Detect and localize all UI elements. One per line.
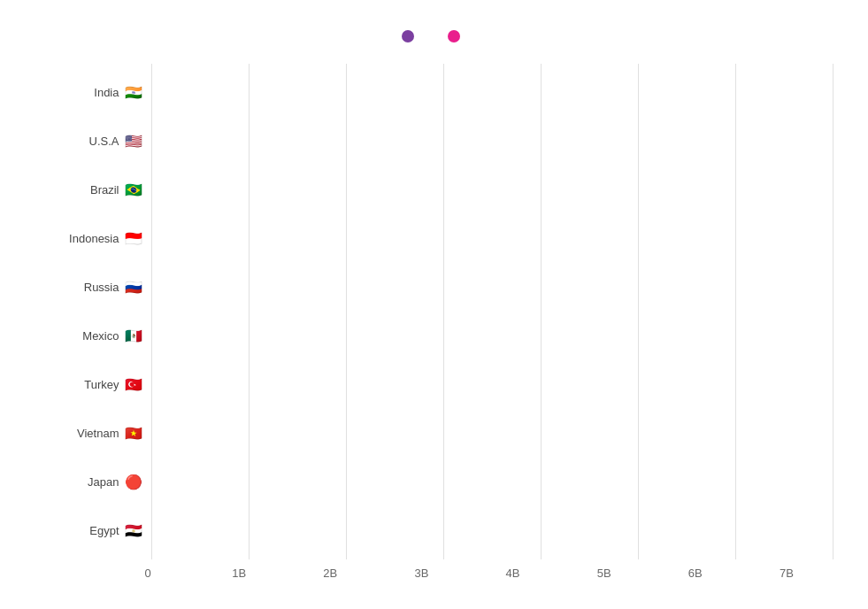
- y-axis: India🇮🇳U.S.A🇺🇸Brazil🇧🇷Indonesia🇮🇩Russia🇷…: [36, 64, 151, 559]
- bar-row: [151, 315, 833, 358]
- country-name: Japan: [88, 475, 119, 489]
- country-name: Russia: [84, 281, 119, 294]
- chart-legend: [36, 30, 833, 42]
- y-axis-label: Brazil🇧🇷: [90, 169, 142, 212]
- bar-row: [151, 120, 833, 163]
- x-axis-label: 5B: [558, 567, 649, 580]
- grid-line: [833, 64, 833, 559]
- bar-row: [151, 72, 833, 114]
- country-name: Mexico: [82, 329, 119, 343]
- x-axis: 01B2B3B4B5B6B7B: [151, 559, 833, 580]
- y-axis-label: Japan🔴: [88, 461, 142, 504]
- bar-row: [151, 218, 833, 260]
- country-name: Brazil: [90, 183, 119, 197]
- country-name: India: [94, 86, 119, 99]
- bars-area: [151, 64, 833, 559]
- country-flag: 🇮🇩: [125, 232, 142, 246]
- country-flag: 🇲🇽: [125, 329, 142, 343]
- x-axis-label: 2B: [285, 567, 376, 580]
- chart-area: India🇮🇳U.S.A🇺🇸Brazil🇧🇷Indonesia🇮🇩Russia🇷…: [36, 64, 833, 559]
- x-axis-label: 3B: [376, 567, 467, 580]
- legend-dot-appstore: [402, 30, 414, 42]
- country-name: Egypt: [89, 524, 119, 537]
- y-axis-label: Russia🇷🇺: [84, 266, 142, 309]
- x-axis-label: 6B: [649, 567, 741, 580]
- y-axis-label: Vietnam🇻🇳: [77, 412, 142, 455]
- country-flag: 🇮🇳: [125, 86, 142, 100]
- country-name: Turkey: [84, 378, 119, 391]
- legend-item-googleplay: [448, 30, 467, 42]
- y-axis-label: Indonesia🇮🇩: [69, 218, 142, 260]
- country-flag: 🔴: [125, 475, 142, 490]
- bar-row: [151, 364, 833, 406]
- bar-row: [151, 266, 833, 309]
- bar-row: [151, 461, 833, 504]
- x-axis-label: 7B: [741, 567, 832, 580]
- x-axis-label: 4B: [467, 567, 558, 580]
- legend-item-appstore: [402, 30, 421, 42]
- country-flag: 🇺🇸: [125, 135, 142, 149]
- country-flag: 🇹🇷: [125, 378, 142, 392]
- country-flag: 🇻🇳: [125, 427, 142, 441]
- country-name: U.S.A: [89, 135, 119, 148]
- y-axis-label: India🇮🇳: [94, 72, 142, 114]
- country-name: Indonesia: [69, 232, 119, 245]
- y-axis-label: Egypt🇪🇬: [89, 510, 142, 552]
- y-axis-label: U.S.A🇺🇸: [89, 120, 142, 163]
- bar-row: [151, 510, 833, 552]
- y-axis-label: Mexico🇲🇽: [82, 315, 142, 358]
- country-flag: 🇧🇷: [125, 183, 142, 197]
- y-axis-label: Turkey🇹🇷: [84, 364, 142, 406]
- bar-row: [151, 412, 833, 455]
- country-flag: 🇪🇬: [125, 524, 142, 538]
- x-axis-label: 0: [103, 567, 194, 580]
- x-axis-label: 1B: [194, 567, 285, 580]
- legend-dot-googleplay: [448, 30, 460, 42]
- bar-row: [151, 169, 833, 212]
- country-name: Vietnam: [77, 427, 119, 440]
- chart-container: India🇮🇳U.S.A🇺🇸Brazil🇧🇷Indonesia🇮🇩Russia🇷…: [10, 12, 859, 597]
- country-flag: 🇷🇺: [125, 281, 142, 295]
